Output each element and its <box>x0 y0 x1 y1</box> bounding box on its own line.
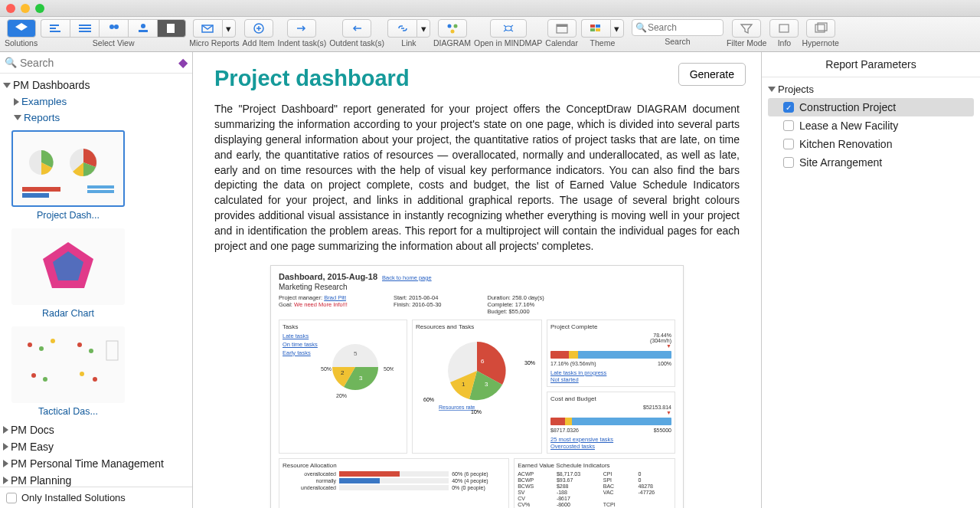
view-people-button[interactable] <box>99 19 128 38</box>
svg-point-14 <box>453 25 457 28</box>
view-resource-button[interactable] <box>128 19 157 38</box>
svg-point-38 <box>51 339 55 343</box>
generate-button[interactable]: Generate <box>678 63 746 86</box>
svg-point-7 <box>114 25 119 29</box>
tree-pm-easy[interactable]: PM Easy <box>0 438 192 455</box>
page-title: Project dashboard <box>214 66 740 91</box>
solutions-logo-icon: ◆ <box>178 55 188 70</box>
filter-mode-label: Filter Mode <box>727 38 767 48</box>
view-report-button[interactable] <box>157 19 186 38</box>
resources-pie-chart: 30% 6 3 1 Resources rate 10% 60% <box>416 333 538 417</box>
svg-rect-0 <box>50 25 59 26</box>
svg-rect-22 <box>596 28 600 31</box>
svg-text:3: 3 <box>359 375 363 382</box>
svg-rect-1 <box>50 28 56 29</box>
svg-rect-2 <box>50 31 60 32</box>
thumb-radar-chart[interactable]: Radar Chart <box>11 228 126 319</box>
project-item[interactable]: ✓Construction Project <box>768 98 974 116</box>
svg-point-6 <box>109 25 114 29</box>
report-parameters-header: Report Parameters <box>762 52 980 77</box>
outdent-button[interactable] <box>342 19 371 38</box>
svg-rect-4 <box>79 28 91 29</box>
project-checkbox[interactable] <box>783 157 794 168</box>
close-window-icon[interactable] <box>6 4 15 13</box>
indent-button[interactable] <box>287 19 316 38</box>
project-checkbox[interactable] <box>783 120 794 131</box>
svg-rect-35 <box>15 329 122 400</box>
svg-point-13 <box>447 25 451 28</box>
tree-pm-docs[interactable]: PM Docs <box>0 421 192 438</box>
projects-section-toggle[interactable]: Projects <box>768 80 974 98</box>
earned-value-cell: Earned Value Schedule Indicators ACWP$8,… <box>514 458 675 508</box>
tasks-pie-chart: 50% 50% 5 3 2 20% <box>321 333 394 401</box>
thumb-label: Tactical Das... <box>38 406 98 417</box>
svg-point-16 <box>505 26 511 31</box>
select-view-label: Select View <box>93 38 135 48</box>
content-area: Generate Project dashboard The "Project … <box>193 52 761 508</box>
micro-reports-dropdown[interactable]: ▾ <box>222 19 236 38</box>
search-label: Search <box>665 37 690 46</box>
thumb-tactical-dashboard[interactable]: Tactical Das... <box>11 326 126 417</box>
report-subtitle: Marketing Research <box>279 283 675 291</box>
mindmap-button[interactable] <box>490 19 527 38</box>
only-installed-checkbox[interactable] <box>6 493 17 503</box>
window-titlebar <box>0 0 980 17</box>
project-item[interactable]: Kitchen Renovation <box>768 135 974 153</box>
svg-rect-20 <box>596 25 600 28</box>
theme-dropdown[interactable]: ▾ <box>610 19 624 38</box>
link-label: Link <box>401 38 416 48</box>
svg-rect-10 <box>167 24 175 33</box>
theme-button[interactable] <box>581 19 610 38</box>
thumb-project-dashboard[interactable]: Project Dash... <box>11 130 126 221</box>
view-list-button[interactable] <box>70 19 99 38</box>
svg-point-37 <box>39 346 44 351</box>
solutions-label: Solutions <box>5 38 38 48</box>
svg-point-41 <box>31 373 36 378</box>
link-dropdown[interactable]: ▾ <box>416 19 430 38</box>
svg-rect-9 <box>139 30 148 32</box>
calendar-button[interactable] <box>547 19 577 38</box>
back-link[interactable]: Back to home page <box>382 274 432 281</box>
resource-allocation-cell: Resource Allocation overallocated60% (6 … <box>279 458 509 508</box>
tree-pm-personal-time[interactable]: PM Personal Time Management <box>0 455 192 472</box>
svg-rect-31 <box>87 185 114 188</box>
svg-text:3: 3 <box>485 381 488 388</box>
svg-text:50%: 50% <box>321 366 332 372</box>
maximize-window-icon[interactable] <box>35 4 44 13</box>
info-button[interactable] <box>769 19 799 38</box>
main-toolbar: Solutions Select View ▾ Micro Reports Ad… <box>0 17 980 52</box>
view-gantt-button[interactable] <box>41 19 70 38</box>
project-item[interactable]: Site Arrangement <box>768 153 974 172</box>
link-button[interactable] <box>387 19 416 38</box>
toolbar-search-input[interactable] <box>632 19 724 36</box>
tree-pm-dashboards[interactable]: PM Dashboards <box>0 77 192 93</box>
add-item-button[interactable] <box>244 19 273 38</box>
tree-pm-planning[interactable]: PM Planning <box>0 472 192 487</box>
hypernote-button[interactable] <box>806 19 835 38</box>
project-checkbox[interactable]: ✓ <box>783 102 794 113</box>
filter-mode-button[interactable] <box>732 19 761 38</box>
project-name: Site Arrangement <box>799 156 882 169</box>
project-checkbox[interactable] <box>783 139 794 149</box>
page-description: The "Project Dashboard" report generated… <box>214 102 740 254</box>
micro-reports-button[interactable] <box>193 19 222 38</box>
svg-point-42 <box>43 377 47 382</box>
svg-text:2: 2 <box>341 369 345 376</box>
svg-point-43 <box>80 372 84 376</box>
svg-point-8 <box>141 24 145 28</box>
project-item[interactable]: Lease a New Facility <box>768 116 974 135</box>
sidebar-search-input[interactable] <box>20 57 175 69</box>
svg-text:50%: 50% <box>384 366 394 372</box>
tree-examples[interactable]: Examples <box>0 93 192 110</box>
thumb-label: Radar Chart <box>42 308 94 319</box>
calendar-label: Calendar <box>545 38 578 48</box>
svg-rect-23 <box>779 25 789 32</box>
diagram-button[interactable] <box>438 19 467 38</box>
minimize-window-icon[interactable] <box>21 4 30 13</box>
resources-cell: Resources and Tasks 30% 6 3 1 Resourc <box>412 320 542 454</box>
tree-reports[interactable]: Reports <box>0 110 192 126</box>
solutions-button[interactable] <box>7 19 36 38</box>
search-icon: 🔍 <box>5 57 17 68</box>
hypernote-label: Hypernote <box>802 38 838 48</box>
svg-text:10%: 10% <box>471 409 482 415</box>
